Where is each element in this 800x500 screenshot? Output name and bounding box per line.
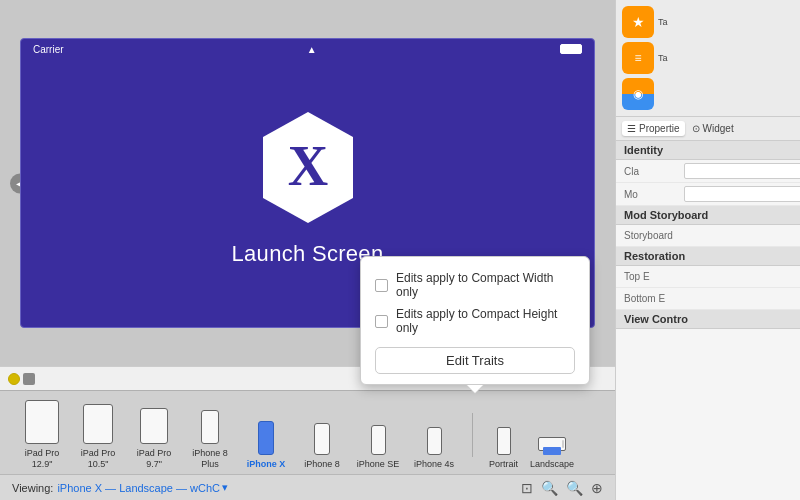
device-label-iphone-8: iPhone 8 [304, 459, 340, 470]
device-picker: iPad Pro12.9" iPad Pro10.5" iPad Pro9.7"… [0, 390, 615, 500]
device-icon-iphone-8-plus [201, 410, 219, 444]
viewing-dropdown[interactable]: iPhone X — Landscape — wChC ▾ [57, 481, 228, 494]
traits-popup: Edits apply to Compact Width only Edits … [360, 256, 590, 385]
mod-storyboard-header: Mod Storyboard [616, 206, 800, 225]
portrait-icon [497, 427, 511, 455]
chevron-down-icon: ▾ [222, 481, 228, 494]
toolbar-tab-label-1: Ta [658, 17, 668, 27]
device-label-iphone-se: iPhone SE [357, 459, 400, 470]
device-item-ipad-pro-129[interactable]: iPad Pro12.9" [20, 400, 64, 470]
zoom-in-button[interactable]: 🔍 [566, 480, 583, 496]
device-icon-iphone-se [371, 425, 386, 455]
device-list: iPad Pro12.9" iPad Pro10.5" iPad Pro9.7"… [0, 391, 615, 474]
view-control-header: View Contro [616, 310, 800, 329]
circle-icon: ◉ [633, 87, 643, 101]
device-icon-iphone-8 [314, 423, 330, 455]
device-label-ipad-pro-97: iPad Pro9.7" [137, 448, 172, 470]
bottom-edge-label: Bottom E [624, 293, 684, 304]
module-label: Mo [624, 189, 684, 200]
viewing-device-text: iPhone X — Landscape — wChC [57, 482, 220, 494]
device-icon-iphone-x [258, 421, 274, 455]
top-edge-label: Top E [624, 271, 684, 282]
device-item-iphone-8-plus[interactable]: iPhone 8Plus [188, 410, 232, 470]
landscape-label: Landscape [530, 459, 574, 470]
toolbar-btn-mixed[interactable]: ◉ [622, 78, 654, 110]
device-icon-ipad-pro-105 [83, 404, 113, 444]
device-item-ipad-pro-97[interactable]: iPad Pro9.7" [132, 408, 176, 470]
svg-text:X: X [287, 135, 327, 197]
canvas-tool-icon[interactable] [23, 373, 35, 385]
device-icon-ipad-pro-97 [140, 408, 168, 444]
device-item-iphone-x[interactable]: iPhone X [244, 421, 288, 470]
top-edge-row: Top E [616, 266, 800, 288]
toolbar-btn-list[interactable]: ≡ [622, 42, 654, 74]
device-label-ipad-pro-129: iPad Pro12.9" [25, 448, 60, 470]
class-input[interactable] [684, 163, 800, 179]
right-top-icons: ★ Ta ≡ Ta ◉ [616, 0, 800, 117]
properties-tab-label: Propertie [639, 123, 680, 134]
list-icon: ≡ [634, 51, 641, 65]
app-logo-container: X Launch Screen [232, 110, 384, 267]
restoration-header: Restoration [616, 247, 800, 266]
storyboard-row: Storyboard [616, 225, 800, 247]
widget-tab-label: Widget [703, 123, 734, 134]
orientation-landscape[interactable]: Landscape [530, 437, 574, 470]
class-label: Cla [624, 166, 684, 177]
compact-width-checkbox[interactable] [375, 279, 388, 292]
device-icon-ipad-pro-129 [25, 400, 59, 444]
star-icon: ★ [632, 14, 645, 30]
storyboard-label: Storyboard [624, 230, 684, 241]
tab-properties[interactable]: ☰ Propertie [622, 121, 685, 136]
zoom-out-button[interactable]: 🔍 [541, 480, 558, 496]
viewing-static-label: Viewing: [12, 482, 53, 494]
device-label-iphone-4s: iPhone 4s [414, 459, 454, 470]
inspector-content: Identity Cla Mo Mod Storyboard Storyboar… [616, 141, 800, 500]
warning-icon[interactable] [8, 373, 20, 385]
device-item-iphone-8[interactable]: iPhone 8 [300, 423, 344, 470]
portrait-label: Portrait [489, 459, 518, 470]
compact-height-checkbox[interactable] [375, 315, 388, 328]
device-item-ipad-pro-105[interactable]: iPad Pro10.5" [76, 404, 120, 470]
device-item-iphone-4s[interactable]: iPhone 4s [412, 427, 456, 470]
right-panel: ★ Ta ≡ Ta ◉ ☰ Propertie [615, 0, 800, 500]
device-label-iphone-8-plus: iPhone 8Plus [192, 448, 228, 470]
device-status-bar: Carrier ▲ [21, 39, 594, 59]
icon-btn-row-3: ◉ [622, 78, 794, 110]
icon-btn-row-2: ≡ Ta [622, 42, 794, 74]
device-label-ipad-pro-105: iPad Pro10.5" [81, 448, 116, 470]
bottom-edge-row: Bottom E [616, 288, 800, 310]
compact-height-label: Edits apply to Compact Height only [396, 307, 575, 335]
inspector-tab-row: ☰ Propertie ⊙ Widget [616, 117, 800, 141]
device-label-iphone-x: iPhone X [247, 459, 286, 470]
compact-width-row: Edits apply to Compact Width only [375, 267, 575, 303]
zoom-percent-button[interactable]: ⊕ [591, 480, 603, 496]
module-row: Mo [616, 183, 800, 206]
canvas-area: ◀ → Carrier ▲ X [0, 0, 615, 500]
device-item-iphone-se[interactable]: iPhone SE [356, 425, 400, 470]
toolbar-btn-star[interactable]: ★ [622, 6, 654, 38]
edit-traits-button[interactable]: Edit Traits [375, 347, 575, 374]
device-icon-iphone-4s [427, 427, 442, 455]
hexagon-logo: X [258, 110, 358, 225]
wifi-icon: ▲ [307, 44, 317, 55]
orientation-portrait[interactable]: Portrait [489, 427, 518, 470]
viewing-label: Viewing: iPhone X — Landscape — wChC ▾ [12, 481, 228, 494]
popup-box: Edits apply to Compact Width only Edits … [360, 256, 590, 385]
orientation-separator [472, 413, 473, 457]
canvas-bottom-icons [8, 373, 35, 385]
widget-icon: ⊙ [692, 123, 700, 134]
tab-widget[interactable]: ⊙ Widget [687, 121, 739, 136]
properties-icon: ☰ [627, 123, 636, 134]
compact-width-label: Edits apply to Compact Width only [396, 271, 575, 299]
class-row: Cla [616, 160, 800, 183]
battery-icon [560, 44, 582, 54]
status-bar: Viewing: iPhone X — Landscape — wChC ▾ ⊡… [0, 474, 615, 500]
identity-header: Identity [616, 141, 800, 160]
zoom-fit-button[interactable]: ⊡ [521, 480, 533, 496]
status-carrier-text: Carrier [33, 44, 64, 55]
module-input[interactable] [684, 186, 800, 202]
compact-height-row: Edits apply to Compact Height only [375, 303, 575, 339]
zoom-controls: ⊡ 🔍 🔍 ⊕ [521, 480, 603, 496]
icon-btn-row-1: ★ Ta [622, 6, 794, 38]
toolbar-tab-label-2: Ta [658, 53, 668, 63]
